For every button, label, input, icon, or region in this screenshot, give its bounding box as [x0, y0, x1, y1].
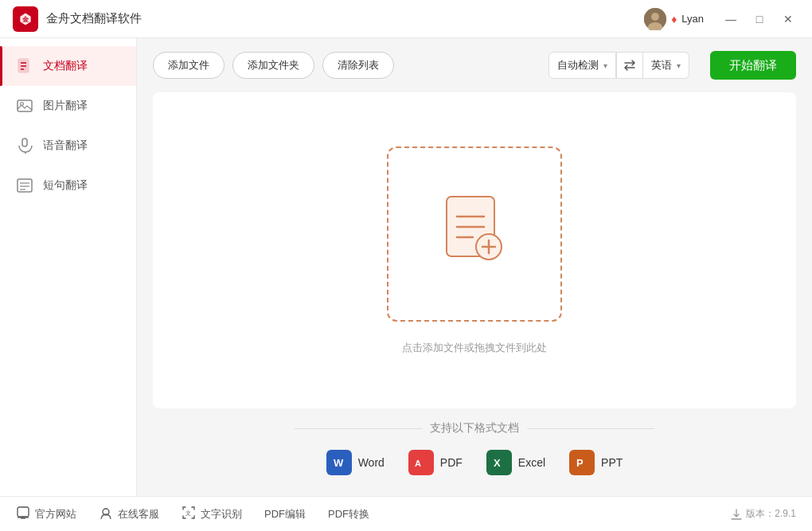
- format-word: W Word: [326, 450, 385, 475]
- divider-left: [295, 428, 422, 429]
- divider-right: [527, 428, 654, 429]
- sidebar-item-img[interactable]: 图片翻译: [0, 86, 136, 126]
- vip-icon: ♦: [671, 13, 677, 25]
- format-ppt: P PPT: [569, 450, 623, 475]
- bottom-website[interactable]: 官方网站: [16, 506, 76, 523]
- source-lang-select[interactable]: 自动检测 ▾: [548, 52, 616, 79]
- format-pdf-label: PDF: [440, 456, 463, 469]
- drop-inner-area: [387, 146, 562, 322]
- ocr-label: 文字识别: [201, 507, 242, 521]
- format-excel-label: Excel: [518, 456, 545, 469]
- sidebar-doc-label: 文档翻译: [43, 59, 88, 73]
- svg-text:X: X: [494, 457, 501, 469]
- bottom-bar: 官方网站 在线客服 文 文字识别 PDF编辑 PDF转换: [0, 496, 812, 531]
- support-label: 在线客服: [118, 507, 159, 521]
- support-icon: [99, 506, 113, 523]
- swap-lang-button[interactable]: [616, 52, 643, 79]
- svg-rect-10: [22, 139, 27, 146]
- website-label: 官方网站: [35, 507, 76, 521]
- bottom-pdf-convert[interactable]: PDF转换: [328, 507, 369, 521]
- ppt-badge: P: [569, 450, 595, 475]
- add-file-button[interactable]: 添加文件: [153, 52, 224, 79]
- maximize-button[interactable]: □: [748, 8, 771, 30]
- version-text: 版本：2.9.1: [746, 507, 796, 521]
- sidebar-item-doc[interactable]: 文档翻译: [0, 46, 136, 86]
- start-translate-button[interactable]: 开始翻译: [710, 51, 796, 80]
- add-folder-button[interactable]: 添加文件夹: [232, 52, 314, 79]
- sidebar-item-voice[interactable]: 语音翻译: [0, 126, 136, 166]
- bottom-support[interactable]: 在线客服: [99, 506, 159, 523]
- app-logo: 金: [13, 6, 38, 32]
- svg-rect-27: [18, 507, 29, 517]
- svg-rect-8: [18, 100, 32, 111]
- word-badge: W: [326, 450, 352, 475]
- svg-text:金: 金: [21, 15, 29, 22]
- img-icon: [16, 97, 33, 115]
- toolbar: 添加文件 添加文件夹 清除列表 自动检测 ▾ 英语 ▾: [153, 51, 796, 80]
- title-bar: 金 金舟文档翻译软件 ♦ Lyan — □ ✕: [0, 0, 812, 38]
- format-icons: W Word A PDF: [326, 450, 623, 475]
- app-title: 金舟文档翻译软件: [46, 11, 644, 26]
- main-layout: 文档翻译 图片翻译 语音翻译: [0, 38, 812, 496]
- svg-rect-12: [18, 179, 32, 192]
- svg-text:A: A: [415, 459, 421, 468]
- svg-text:W: W: [334, 457, 344, 469]
- target-lang-arrow-icon: ▾: [677, 61, 681, 70]
- voice-icon: [16, 137, 33, 154]
- format-title: 支持以下格式文档: [430, 421, 519, 435]
- source-lang-arrow-icon: ▾: [603, 61, 607, 70]
- avatar: [644, 8, 666, 30]
- svg-text:文: 文: [185, 510, 191, 516]
- doc-icon: [16, 57, 33, 75]
- format-section: 支持以下格式文档 W Word A: [153, 421, 796, 483]
- download-icon: [730, 508, 743, 521]
- minimize-button[interactable]: —: [720, 8, 742, 30]
- svg-text:P: P: [576, 457, 584, 469]
- format-excel: X Excel: [486, 450, 545, 475]
- window-controls: — □ ✕: [720, 8, 799, 30]
- user-info: ♦ Lyan: [644, 8, 704, 30]
- pdf-convert-label: PDF转换: [328, 507, 369, 521]
- sidebar-sentence-label: 短句翻译: [43, 178, 88, 193]
- bottom-ocr[interactable]: 文 文字识别: [182, 506, 242, 523]
- close-button[interactable]: ✕: [777, 8, 799, 30]
- source-lang-label: 自动检测: [557, 58, 599, 72]
- pdf-badge: A: [408, 450, 434, 475]
- sidebar-img-label: 图片翻译: [43, 99, 88, 113]
- target-lang-label: 英语: [651, 58, 672, 72]
- content-area: 添加文件 添加文件夹 清除列表 自动检测 ▾ 英语 ▾: [137, 38, 812, 496]
- format-pdf: A PDF: [408, 450, 463, 475]
- sentence-icon: [16, 177, 33, 194]
- sidebar-item-sentence[interactable]: 短句翻译: [0, 166, 136, 205]
- target-lang-select[interactable]: 英语 ▾: [643, 52, 689, 79]
- sidebar: 文档翻译 图片翻译 语音翻译: [0, 38, 137, 496]
- drop-zone[interactable]: 点击添加文件或拖拽文件到此处: [153, 92, 796, 408]
- version-info: 版本：2.9.1: [730, 507, 796, 521]
- username: Lyan: [681, 13, 704, 25]
- website-icon: [16, 506, 30, 523]
- ocr-icon: 文: [182, 506, 196, 523]
- format-divider: 支持以下格式文档: [153, 421, 796, 435]
- excel-badge: X: [486, 450, 512, 475]
- format-word-label: Word: [358, 456, 385, 469]
- drop-hint-text: 点击添加文件或拖拽文件到此处: [402, 341, 547, 355]
- svg-point-2: [651, 13, 659, 21]
- bottom-pdf-edit[interactable]: PDF编辑: [264, 507, 306, 521]
- sidebar-voice-label: 语音翻译: [43, 139, 88, 153]
- clear-list-button[interactable]: 清除列表: [322, 52, 394, 79]
- drop-doc-icon: [427, 185, 522, 283]
- pdf-edit-label: PDF编辑: [264, 507, 306, 521]
- language-selector: 自动检测 ▾ 英语 ▾: [548, 52, 689, 79]
- format-ppt-label: PPT: [601, 456, 623, 469]
